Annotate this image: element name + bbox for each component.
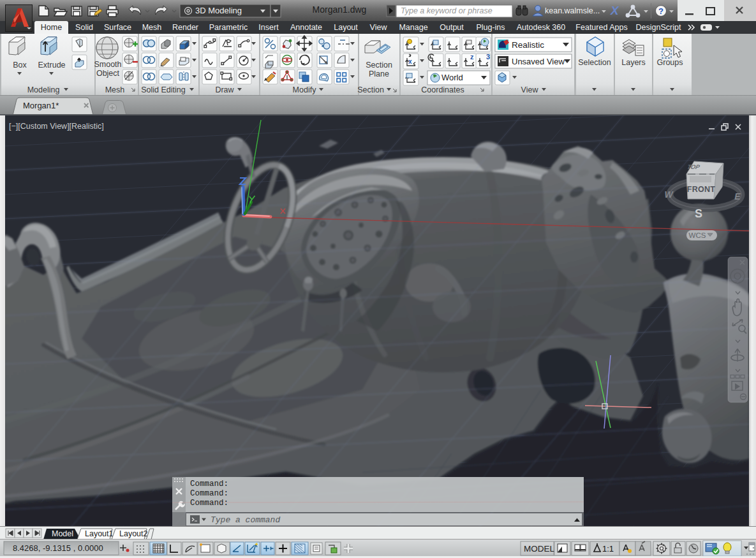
svg-text:Layers: Layers bbox=[621, 58, 646, 67]
svg-text:1:1: 1:1 bbox=[602, 544, 614, 554]
svg-text:Plane: Plane bbox=[369, 70, 389, 78]
svg-text:W: W bbox=[664, 189, 674, 200]
svg-text:Solid Editing: Solid Editing bbox=[141, 85, 186, 94]
svg-text:Coordinates: Coordinates bbox=[421, 85, 464, 94]
svg-text:z: z bbox=[470, 53, 474, 61]
svg-text:TOP: TOP bbox=[686, 163, 701, 170]
svg-text:Section: Section bbox=[357, 85, 384, 94]
svg-text:Draw: Draw bbox=[215, 85, 234, 94]
svg-text:Morgan1*: Morgan1* bbox=[23, 101, 59, 110]
svg-text:3D Modeling: 3D Modeling bbox=[195, 6, 242, 15]
svg-text:kean.walmsle...: kean.walmsle... bbox=[545, 6, 600, 15]
svg-text:Box: Box bbox=[13, 61, 27, 70]
svg-text:Layout2: Layout2 bbox=[119, 529, 148, 538]
svg-text:Unsaved View: Unsaved View bbox=[512, 57, 565, 66]
svg-text:Extrude: Extrude bbox=[38, 61, 65, 70]
svg-text:S: S bbox=[695, 207, 702, 220]
svg-text:Layout1: Layout1 bbox=[85, 529, 114, 538]
svg-text:x: x bbox=[408, 58, 412, 65]
svg-text:Selection: Selection bbox=[578, 58, 611, 67]
svg-text:View: View bbox=[521, 85, 539, 94]
svg-text:Object: Object bbox=[96, 69, 120, 78]
svg-text:Type a command: Type a command bbox=[211, 515, 280, 525]
svg-text:Mesh: Mesh bbox=[105, 85, 125, 94]
svg-text:Command:: Command: bbox=[190, 480, 228, 488]
svg-text:?: ? bbox=[658, 6, 663, 16]
svg-text:Modify: Modify bbox=[293, 85, 317, 94]
svg-text:3: 3 bbox=[486, 53, 490, 61]
svg-text:World: World bbox=[441, 73, 463, 82]
svg-text:E: E bbox=[734, 191, 741, 202]
svg-text:[−][Custom View][Realistic]: [−][Custom View][Realistic] bbox=[9, 122, 104, 131]
svg-text:X: X bbox=[610, 4, 619, 17]
svg-text:Groups: Groups bbox=[657, 58, 683, 67]
svg-text:FRONT: FRONT bbox=[687, 185, 716, 194]
svg-text:Command:: Command: bbox=[190, 489, 228, 498]
svg-text:Type a keyword or phrase: Type a keyword or phrase bbox=[401, 6, 493, 15]
svg-text:Modeling: Modeling bbox=[27, 85, 60, 94]
svg-text:Smooth: Smooth bbox=[94, 60, 121, 69]
svg-text:WCS: WCS bbox=[689, 231, 706, 239]
svg-text:Section: Section bbox=[366, 61, 392, 70]
svg-text:Model: Model bbox=[52, 529, 73, 538]
svg-text:Realistic: Realistic bbox=[512, 40, 544, 50]
svg-text:Morgan1.dwg: Morgan1.dwg bbox=[313, 4, 367, 15]
svg-text:8.4268, -9.1315 , 0.0000: 8.4268, -9.1315 , 0.0000 bbox=[13, 543, 103, 553]
svg-text:Command:: Command: bbox=[190, 499, 228, 508]
svg-text:MODEL: MODEL bbox=[524, 544, 555, 554]
